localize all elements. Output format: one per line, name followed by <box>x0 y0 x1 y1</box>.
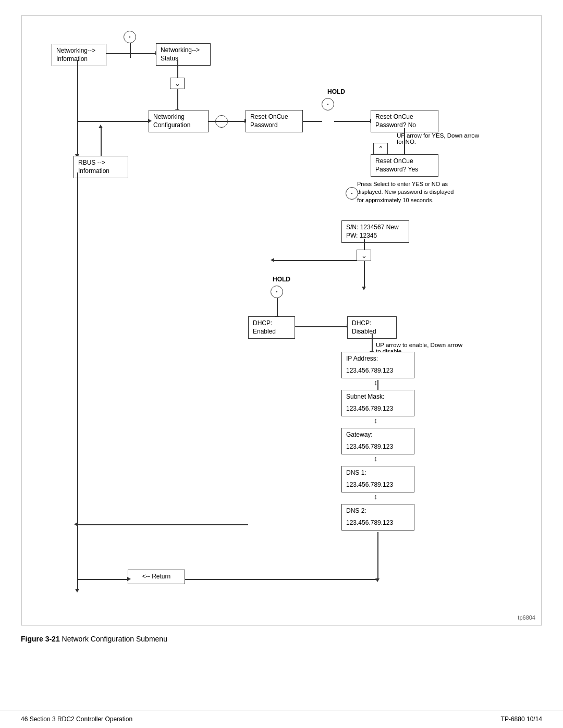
down-arrow-sn[interactable]: ⌄ <box>357 250 371 261</box>
box-subnet-label: Subnet Mask: <box>341 390 414 404</box>
label-up-yes-down-no: UP arrow for YES, Down arrow for NO. <box>397 132 480 145</box>
hold-label-2: HOLD <box>273 276 290 283</box>
arrow-dhcp-enabled-to-disabled <box>295 326 347 327</box>
arrow-left-to-return <box>77 579 128 580</box>
line-up-to-rbus <box>101 128 102 156</box>
down-arrow-status[interactable]: ⌄ <box>170 78 185 89</box>
box-dhcp-enabled: DHCP: Enabled <box>248 316 295 339</box>
box-dns1-value: 123.456.789.123 <box>341 478 414 492</box>
box-gateway-label: Gateway: <box>341 428 414 442</box>
circle-btn-networking-info[interactable] <box>124 31 136 43</box>
bidirectional-arrow-dns1-dns2: ↕ <box>374 492 377 501</box>
box-reset-yes: Reset OnCue Password? Yes <box>371 154 438 177</box>
box-dns1-label: DNS 1: <box>341 466 414 480</box>
bidirectional-arrow-subnet-gateway: ↕ <box>374 416 377 425</box>
box-return: <-- Return <box>128 570 185 584</box>
line-sn-to-down <box>364 239 365 250</box>
circle-btn-reset-no[interactable] <box>322 98 334 110</box>
bidirectional-arrow-ip-subnet: ↕ <box>374 378 377 387</box>
line-down-to-config <box>177 89 178 110</box>
arrow-circle-to-no <box>334 121 371 122</box>
arrow-trunk-to-config <box>77 121 149 122</box>
line-netinfo-to-circle <box>130 43 131 58</box>
box-dns2-value: 123.456.789.123 <box>341 516 414 530</box>
circle-btn-dhcp[interactable] <box>271 286 283 298</box>
line-reset-to-circle <box>303 121 322 122</box>
box-ip-address-label: IP Address: <box>341 352 414 366</box>
up-arrow-yes-no[interactable]: ⌃ <box>373 143 388 154</box>
box-dns2-label: DNS 2: <box>341 504 414 518</box>
arrow-dns-to-return <box>156 579 378 580</box>
line-rbus-to-return <box>77 172 78 589</box>
line-status-down <box>177 60 178 78</box>
footer-right: TP-6880 10/14 <box>501 715 542 723</box>
line-hold-to-dhcp <box>277 298 278 316</box>
box-gateway-value: 123.456.789.123 <box>341 440 414 454</box>
figure-label: Figure 3-21 <box>21 635 60 643</box>
tp-ref: tp6804 <box>518 614 535 621</box>
box-reset-oncue-password: Reset OnCue Password <box>246 110 303 132</box>
page-footer: 46 Section 3 RDC2 Controller Operation T… <box>0 710 563 728</box>
box-sn-pw: S/N: 1234567 New PW: 12345 <box>341 220 409 243</box>
box-rbus-info: RBUS --> Information <box>74 156 128 178</box>
arrow-back-to-reset <box>274 260 357 261</box>
arrow-config-to-reset <box>209 121 245 122</box>
box-subnet-value: 123.456.789.123 <box>341 402 414 416</box>
line-trunk-to-rbus <box>77 128 78 155</box>
arrow-dhcp-to-left <box>77 524 248 525</box>
arrow-info-to-status <box>106 53 156 54</box>
label-press-select: Press Select to enter YES or NO as displ… <box>357 180 461 204</box>
line-no-to-yes <box>404 128 405 154</box>
line-dhcp-disabled-down <box>372 334 373 352</box>
box-networking-info: Networking--> Information <box>52 44 106 66</box>
box-networking-status: Networking--> Status <box>156 43 211 66</box>
circle-btn-press-select[interactable] <box>346 187 358 200</box>
diagram-container: tp6804 Networking--> Information Network… <box>21 16 542 625</box>
box-networking-config: Networking Configuration <box>149 110 209 132</box>
hold-label-1: HOLD <box>327 88 345 95</box>
figure-caption: Figure 3-21 Network Configuration Submen… <box>21 635 542 643</box>
figure-title: Network Configuration Submenu <box>62 635 167 643</box>
bidirectional-arrow-gateway-dns1: ↕ <box>374 454 377 463</box>
box-ip-address-value: 123.456.789.123 <box>341 364 414 378</box>
footer-left: 46 Section 3 RDC2 Controller Operation <box>21 715 132 723</box>
line-dns2-to-bottom <box>377 532 378 579</box>
line-sn-down-to-hold <box>364 261 365 287</box>
